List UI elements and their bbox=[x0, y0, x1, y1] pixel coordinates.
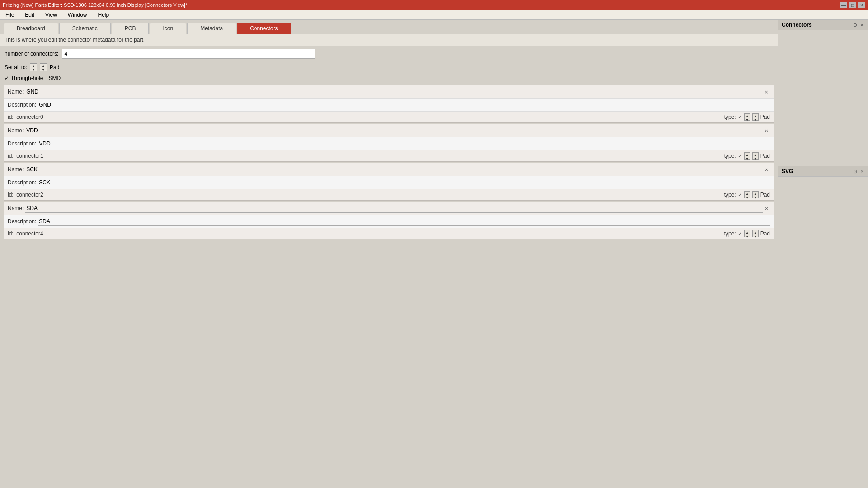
set-all-label: Set all to: bbox=[5, 64, 27, 70]
connector-name-row-2: Name: × bbox=[4, 163, 774, 176]
connector-name-label-1: Name: bbox=[8, 127, 24, 134]
menu-item-window[interactable]: Window bbox=[64, 11, 91, 19]
type-check-icon-0: ✓ bbox=[738, 114, 742, 120]
type-spinner-up-3[interactable]: ▲ ▼ bbox=[744, 230, 750, 237]
connector-name-label-3: Name: bbox=[8, 205, 24, 211]
connector-name-label-2: Name: bbox=[8, 166, 24, 173]
connectors-float-btn[interactable]: ⊙ bbox=[852, 22, 858, 28]
connector-meta-row-0: id: connector0 type: ✓ ▲ ▼ ▲ ▼ Pad bbox=[4, 112, 774, 122]
connector-name-input-0[interactable] bbox=[25, 87, 763, 96]
type-spinner-down-1[interactable]: ▲ ▼ bbox=[752, 152, 759, 160]
connector-type-row-3: type: ✓ ▲ ▼ ▲ ▼ Pad bbox=[724, 230, 770, 237]
num-connectors-label: number of connectors: bbox=[5, 51, 58, 57]
connector-close-btn-0[interactable]: × bbox=[763, 89, 770, 95]
connector-desc-input-2[interactable] bbox=[38, 178, 770, 187]
connector-name-input-2[interactable] bbox=[25, 165, 763, 174]
connector-type-row-0: type: ✓ ▲ ▼ ▲ ▼ Pad bbox=[724, 113, 770, 121]
connector-id-0: id: connector0 bbox=[8, 114, 43, 120]
description-bar: This is where you edit the connector met… bbox=[0, 34, 778, 46]
main-layout: BreadboardSchematicPCBIconMetadataConnec… bbox=[0, 20, 868, 488]
connector-name-label-0: Name: bbox=[8, 89, 24, 95]
type-spinner-down-3[interactable]: ▲ ▼ bbox=[752, 230, 759, 237]
pad-label: Pad bbox=[50, 64, 59, 70]
connector-name-input-1[interactable] bbox=[25, 126, 763, 135]
tab-connectors[interactable]: Connectors bbox=[237, 23, 291, 34]
connector-close-btn-2[interactable]: × bbox=[763, 167, 770, 173]
svg-panel: SVG ⊙ × bbox=[778, 166, 868, 312]
menubar: FileEditViewWindowHelp bbox=[0, 10, 868, 20]
menu-item-view[interactable]: View bbox=[42, 11, 61, 19]
connector-close-btn-3[interactable]: × bbox=[763, 206, 770, 211]
through-hole-label: Through-hole bbox=[11, 75, 43, 81]
connector-desc-label-3: Description: bbox=[8, 218, 36, 225]
connector-pad-label-0: Pad bbox=[760, 114, 770, 120]
titlebar: Fritzing (New) Parts Editor: SSD-1306 12… bbox=[0, 0, 868, 10]
through-hole-option[interactable]: ✓ Through-hole bbox=[5, 75, 43, 81]
connector-type-label-1: type: bbox=[724, 153, 736, 159]
type-check-icon-3: ✓ bbox=[738, 230, 742, 237]
smd-label: SMD bbox=[48, 75, 61, 81]
type-spinner-down-0[interactable]: ▲ ▼ bbox=[752, 113, 759, 121]
maximize-button[interactable]: □ bbox=[849, 2, 856, 8]
svg-float-btn[interactable]: ⊙ bbox=[852, 169, 858, 174]
tab-breadboard[interactable]: Breadboard bbox=[4, 23, 58, 34]
menu-item-file[interactable]: File bbox=[2, 11, 18, 19]
tab-icon[interactable]: Icon bbox=[150, 23, 186, 34]
connector-type-row-1: type: ✓ ▲ ▼ ▲ ▼ Pad bbox=[724, 152, 770, 160]
connector-name-row-1: Name: × bbox=[4, 124, 774, 137]
connector-desc-row-2: Description: bbox=[4, 176, 774, 189]
type-spinner-up-2[interactable]: ▲ ▼ bbox=[744, 191, 750, 198]
close-button[interactable]: × bbox=[858, 2, 865, 8]
connector-desc-row-0: Description: bbox=[4, 99, 774, 112]
connector-name-row-0: Name: × bbox=[4, 85, 774, 99]
type-check-icon-2: ✓ bbox=[738, 192, 742, 198]
settings-row: number of connectors: bbox=[0, 46, 778, 61]
content-area: BreadboardSchematicPCBIconMetadataConnec… bbox=[0, 20, 778, 488]
minimize-button[interactable]: — bbox=[840, 2, 847, 8]
svg-close-btn[interactable]: × bbox=[860, 169, 864, 174]
connector-desc-input-0[interactable] bbox=[38, 100, 770, 109]
spinner-up-btn[interactable]: ▲ ▼ bbox=[30, 63, 37, 71]
tab-metadata[interactable]: Metadata bbox=[187, 23, 236, 34]
connector-close-btn-1[interactable]: × bbox=[763, 128, 770, 134]
panel-controls: ⊙ × bbox=[852, 22, 864, 28]
connectors-close-btn[interactable]: × bbox=[860, 22, 864, 28]
type-check-icon-1: ✓ bbox=[738, 153, 742, 159]
connectors-panel-header: Connectors ⊙ × bbox=[778, 20, 868, 30]
type-spinner-up-0[interactable]: ▲ ▼ bbox=[744, 113, 750, 121]
svg-panel-content bbox=[778, 177, 868, 312]
set-all-row: Set all to: ▲ ▼ ▲ ▼ Pad bbox=[0, 61, 778, 73]
connector-name-row-3: Name: × bbox=[4, 202, 774, 215]
connector-card-2: Name: × Description: id: connector2 type… bbox=[4, 163, 774, 201]
connector-pad-label-1: Pad bbox=[760, 153, 770, 159]
spinner-down-btn[interactable]: ▲ ▼ bbox=[40, 63, 47, 71]
connector-desc-input-1[interactable] bbox=[38, 139, 770, 148]
connector-id-2: id: connector2 bbox=[8, 192, 43, 198]
tab-schematic[interactable]: Schematic bbox=[59, 23, 111, 34]
connector-id-1: id: connector1 bbox=[8, 153, 43, 159]
tab-pcb[interactable]: PCB bbox=[112, 23, 149, 34]
connector-name-input-3[interactable] bbox=[25, 204, 763, 213]
connector-desc-row-1: Description: bbox=[4, 137, 774, 150]
connector-desc-input-3[interactable] bbox=[38, 217, 770, 226]
connectors-panel: Connectors ⊙ × bbox=[778, 20, 868, 166]
connector-meta-row-2: id: connector2 type: ✓ ▲ ▼ ▲ ▼ Pad bbox=[4, 189, 774, 200]
right-panel: Connectors ⊙ × SVG ⊙ × bbox=[778, 20, 868, 488]
connector-card-1: Name: × Description: id: connector1 type… bbox=[4, 124, 774, 162]
connector-meta-row-3: id: connector4 type: ✓ ▲ ▼ ▲ ▼ Pad bbox=[4, 228, 774, 239]
connector-id-3: id: connector4 bbox=[8, 230, 43, 237]
connector-count-input[interactable] bbox=[62, 49, 315, 59]
tabbar: BreadboardSchematicPCBIconMetadataConnec… bbox=[0, 20, 778, 34]
titlebar-title: Fritzing (New) Parts Editor: SSD-1306 12… bbox=[3, 2, 187, 8]
menu-item-edit[interactable]: Edit bbox=[21, 11, 38, 19]
menu-item-help[interactable]: Help bbox=[94, 11, 113, 19]
connector-list: Name: × Description: id: connector0 type… bbox=[0, 83, 778, 488]
connector-card-0: Name: × Description: id: connector0 type… bbox=[4, 85, 774, 123]
connector-type-label-0: type: bbox=[724, 114, 736, 120]
svg-panel-controls: ⊙ × bbox=[852, 169, 864, 174]
svg-panel-header: SVG ⊙ × bbox=[778, 166, 868, 177]
type-spinner-down-2[interactable]: ▲ ▼ bbox=[752, 191, 759, 198]
type-spinner-up-1[interactable]: ▲ ▼ bbox=[744, 152, 750, 160]
smd-option[interactable]: SMD bbox=[48, 75, 61, 81]
connector-pad-label-3: Pad bbox=[760, 230, 770, 237]
